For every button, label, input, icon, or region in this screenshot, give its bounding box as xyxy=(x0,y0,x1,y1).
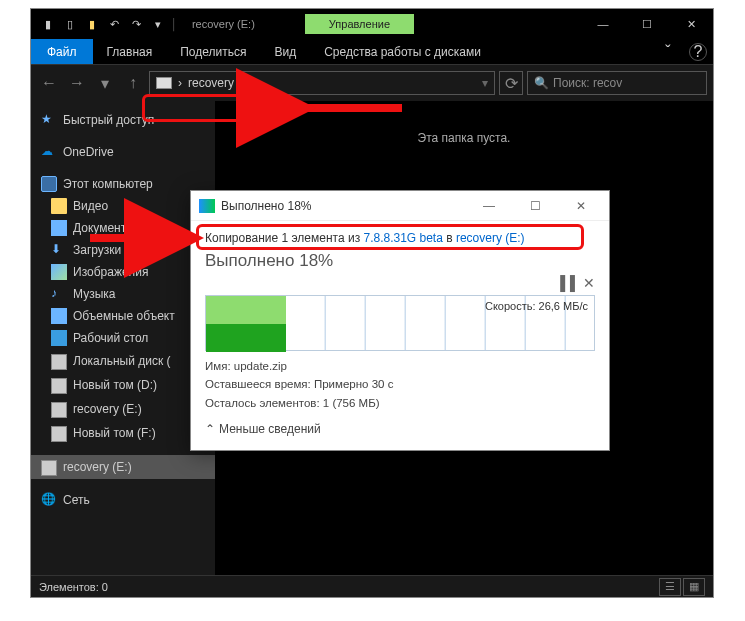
sidebar-item-videos[interactable]: Видео xyxy=(31,195,215,217)
ribbon-tabs: Файл Главная Поделиться Вид Средства раб… xyxy=(31,39,713,65)
sidebar-label: Видео xyxy=(73,199,108,213)
sidebar-label: Новый том (F:) xyxy=(73,426,156,440)
copy-description: Копирование 1 элемента из 7.8.8.31G beta… xyxy=(205,231,595,245)
qat-dropdown-icon[interactable]: ▾ xyxy=(149,15,167,33)
sidebar-item-desktop[interactable]: Рабочий стол xyxy=(31,327,215,349)
copy-prefix: Копирование 1 элемента из xyxy=(205,231,363,245)
separator: │ xyxy=(171,18,178,30)
detail-name-value: update.zip xyxy=(234,360,287,372)
tab-view[interactable]: Вид xyxy=(260,39,310,64)
dialog-maximize-button[interactable]: ☐ xyxy=(515,192,555,220)
copy-source-link[interactable]: 7.8.8.31G beta xyxy=(363,231,442,245)
fewer-details-toggle[interactable]: ⌃ Меньше сведений xyxy=(205,422,595,436)
sidebar-label: Изображения xyxy=(73,265,148,279)
up-button[interactable]: ↑ xyxy=(121,71,145,95)
sidebar-recovery-selected[interactable]: recovery (E:) xyxy=(31,455,215,479)
sidebar-item-documents[interactable]: Документы xyxy=(31,217,215,239)
maximize-button[interactable]: ☐ xyxy=(625,9,669,39)
sidebar-this-pc[interactable]: Этот компьютер xyxy=(31,173,215,195)
sidebar-item-music[interactable]: ♪Музыка xyxy=(31,283,215,305)
dialog-minimize-button[interactable]: — xyxy=(469,192,509,220)
sidebar-label: recovery (E:) xyxy=(63,460,132,474)
item-count: Элементов: 0 xyxy=(39,581,108,593)
dialog-titlebar: Выполнено 18% — ☐ ✕ xyxy=(191,191,609,221)
forward-button[interactable]: → xyxy=(65,71,89,95)
sidebar-item-pictures[interactable]: Изображения xyxy=(31,261,215,283)
navigation-pane[interactable]: ★ Быстрый доступ ☁ OneDrive Этот компьют… xyxy=(31,101,215,575)
details-view-button[interactable]: ☰ xyxy=(659,578,681,596)
disk-icon xyxy=(51,354,67,370)
sidebar-quick-access[interactable]: ★ Быстрый доступ xyxy=(31,109,215,131)
cancel-button[interactable]: ✕ xyxy=(583,275,595,291)
throughput-chart: Скорость: 26,6 МБ/с xyxy=(205,295,595,351)
manage-contextual-tab[interactable]: Управление xyxy=(305,14,414,34)
speed-label: Скорость: 26,6 МБ/с xyxy=(485,300,588,312)
chart-bar-light xyxy=(206,296,286,324)
document-icon xyxy=(51,220,67,236)
window-title: recovery (E:) xyxy=(192,18,255,30)
tab-drive-tools[interactable]: Средства работы с дисками xyxy=(310,39,495,64)
folder-icon xyxy=(51,198,67,214)
undo-icon[interactable]: ↶ xyxy=(105,15,123,33)
minimize-button[interactable]: — xyxy=(581,9,625,39)
sidebar-onedrive[interactable]: ☁ OneDrive xyxy=(31,141,215,163)
folder-icon: ▮ xyxy=(39,15,57,33)
tab-home[interactable]: Главная xyxy=(93,39,167,64)
disk-icon xyxy=(51,402,67,418)
ribbon-expand-icon[interactable]: ˇ xyxy=(653,39,683,64)
sidebar-label: OneDrive xyxy=(63,145,114,159)
pause-button[interactable]: ▐▐ xyxy=(555,275,575,291)
monitor-icon xyxy=(41,176,57,192)
sidebar-item-3d[interactable]: Объемные объект xyxy=(31,305,215,327)
back-button[interactable]: ← xyxy=(37,71,61,95)
address-bar[interactable]: › recovery (E:) ▾ xyxy=(149,71,495,95)
dialog-title: Выполнено 18% xyxy=(221,199,312,213)
file-tab[interactable]: Файл xyxy=(31,39,93,64)
navigation-bar: ← → ▾ ↑ › recovery (E:) ▾ ⟳ 🔍 Поиск: rec… xyxy=(31,65,713,101)
sidebar-label: recovery (E:) xyxy=(73,402,142,416)
download-icon: ⬇ xyxy=(51,242,67,258)
disk-icon xyxy=(51,378,67,394)
titlebar: ▮ ▯ ▮ ↶ ↷ ▾ │ recovery (E:) Управление —… xyxy=(31,9,713,39)
new-folder-icon[interactable]: ▮ xyxy=(83,15,101,33)
help-icon[interactable]: ? xyxy=(689,43,707,61)
sidebar-item-volume-f[interactable]: Новый том (F:) xyxy=(31,421,215,445)
sidebar-label: Локальный диск ( xyxy=(73,354,171,368)
tab-share[interactable]: Поделиться xyxy=(166,39,260,64)
properties-icon[interactable]: ▯ xyxy=(61,15,79,33)
refresh-button[interactable]: ⟳ xyxy=(499,71,523,95)
sidebar-label: Рабочий стол xyxy=(73,331,148,345)
cloud-icon: ☁ xyxy=(41,144,57,160)
address-dropdown-icon[interactable]: ▾ xyxy=(482,76,488,90)
redo-icon[interactable]: ↷ xyxy=(127,15,145,33)
sidebar-item-local-c[interactable]: Локальный диск ( xyxy=(31,349,215,373)
address-separator: › xyxy=(178,76,182,90)
dialog-close-button[interactable]: ✕ xyxy=(561,192,601,220)
music-icon: ♪ xyxy=(51,286,67,302)
sidebar-item-recovery-e[interactable]: recovery (E:) xyxy=(31,397,215,421)
cube-icon xyxy=(51,308,67,324)
desktop-icon xyxy=(51,330,67,346)
search-box[interactable]: 🔍 Поиск: recov xyxy=(527,71,707,95)
recent-dropdown-icon[interactable]: ▾ xyxy=(93,71,117,95)
fewer-details-label: Меньше сведений xyxy=(219,422,321,436)
address-text: recovery (E:) xyxy=(188,76,257,90)
large-icons-view-button[interactable]: ▦ xyxy=(683,578,705,596)
disk-icon xyxy=(41,460,57,476)
sidebar-item-volume-d[interactable]: Новый том (D:) xyxy=(31,373,215,397)
progress-controls: ▐▐ ✕ xyxy=(205,275,595,291)
chevron-up-icon: ⌃ xyxy=(205,422,215,436)
dialog-body: Копирование 1 элемента из 7.8.8.31G beta… xyxy=(191,221,609,450)
sidebar-label: Загрузки xyxy=(73,243,121,257)
copy-mid: в xyxy=(443,231,456,245)
sidebar-item-downloads[interactable]: ⬇Загрузки xyxy=(31,239,215,261)
close-button[interactable]: ✕ xyxy=(669,9,713,39)
chart-bar-dark xyxy=(206,324,286,352)
detail-name-label: Имя: xyxy=(205,360,234,372)
sidebar-label: Новый том (D:) xyxy=(73,378,157,392)
search-icon: 🔍 xyxy=(534,76,549,90)
sidebar-network[interactable]: 🌐 Сеть xyxy=(31,489,215,511)
search-placeholder: Поиск: recov xyxy=(553,76,622,90)
image-icon xyxy=(51,264,67,280)
copy-dest-link[interactable]: recovery (E:) xyxy=(456,231,525,245)
